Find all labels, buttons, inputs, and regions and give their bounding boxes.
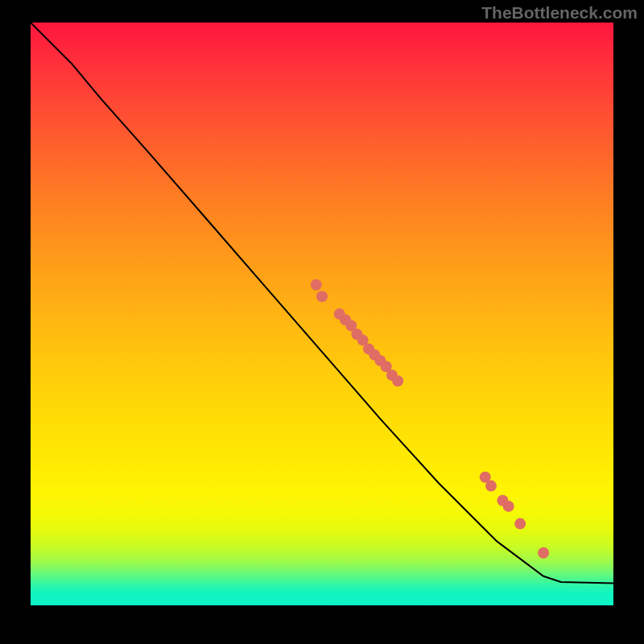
data-point xyxy=(514,518,526,530)
chart-stage: { "watermark": "TheBottleneck.com", "plo… xyxy=(0,0,644,644)
chart-overlay xyxy=(0,0,644,644)
data-point xyxy=(538,547,549,559)
data-point xyxy=(392,375,403,386)
curve-line xyxy=(31,23,613,584)
data-point xyxy=(485,481,497,492)
data-point xyxy=(311,279,322,291)
data-point xyxy=(503,501,514,512)
points-group xyxy=(311,279,549,559)
data-point xyxy=(316,291,328,302)
